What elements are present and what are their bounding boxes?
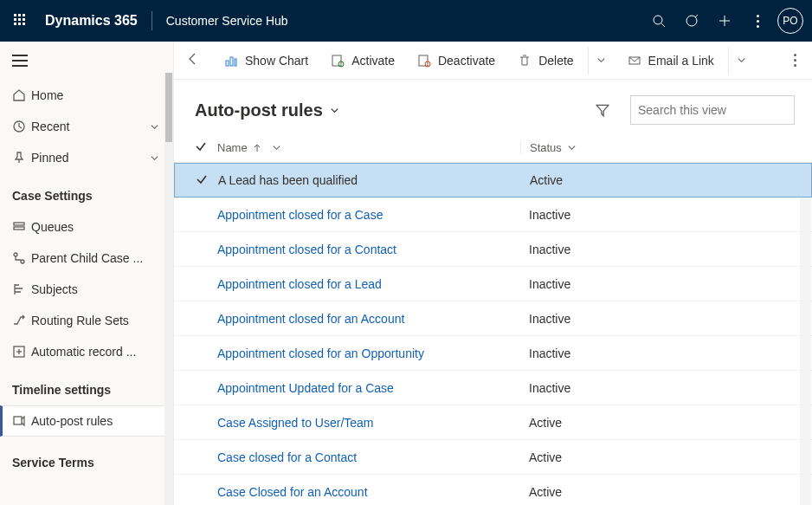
table-row[interactable]: Appointment closed for an OpportunityIna… [174,336,812,371]
table-row[interactable]: Appointment closed for a ContactInactive [174,232,812,267]
select-all-checkbox[interactable] [195,140,217,155]
grid-body: A Lead has been qualifiedActiveAppointme… [174,163,812,505]
table-row[interactable]: Case Assigned to User/TeamActive [174,405,812,440]
sidebar-scroll-thumb[interactable] [165,73,172,142]
svg-rect-18 [332,55,341,66]
routing-icon [12,314,31,327]
parent-child-icon [12,251,31,265]
activate-icon [331,54,345,68]
search-input[interactable] [638,103,789,117]
global-topbar: Dynamics 365 Customer Service Hub PO [0,0,812,42]
email-icon [628,54,641,68]
product-brand[interactable]: Dynamics 365 [45,13,138,29]
table-row[interactable]: Appointment closed for a CaseInactive [174,197,812,232]
row-status: Active [520,416,763,430]
row-name[interactable]: Appointment closed for an Opportunity [217,346,520,360]
nav-queues[interactable]: Queues [12,211,168,243]
view-title-dropdown[interactable]: Auto-post rules [195,100,339,120]
row-name[interactable]: Appointment closed for a Contact [217,243,520,256]
sidebar-collapse-button[interactable] [12,42,168,80]
row-status: Inactive [520,346,763,360]
table-row[interactable]: Appointment closed for an AccountInactiv… [174,301,812,336]
command-bar: Show Chart Activate Deactivate Delete Em… [174,42,812,80]
svg-line-1 [661,23,665,27]
task-icon[interactable] [675,0,708,42]
column-header-status[interactable]: Status [520,141,763,154]
sort-asc-icon [253,144,261,152]
table-row[interactable]: Case closed for a ContactActive [174,440,812,475]
nav-home[interactable]: Home [12,80,168,111]
table-row[interactable]: Appointment Updated for a CaseInactive [174,371,812,405]
pin-icon [12,151,31,165]
chevron-down-icon[interactable] [150,122,159,132]
row-status: Inactive [520,208,763,222]
nav-subjects[interactable]: Subjects [12,274,168,305]
svg-point-0 [654,16,662,24]
section-case-settings: Case Settings [12,173,168,211]
row-status: Inactive [520,312,763,326]
chevron-down-icon[interactable] [272,143,281,152]
svg-rect-20 [419,55,428,66]
table-row[interactable]: A Lead has been qualifiedActive [174,163,812,197]
row-checkbox[interactable] [196,173,218,188]
svg-rect-14 [14,417,22,424]
view-title: Auto-post rules [195,100,323,120]
delete-button[interactable]: Delete [509,47,582,74]
row-status: Active [521,173,764,187]
site-sidebar: Home Recent Pinned Case Settings Queues … [0,42,173,505]
nav-pinned[interactable]: Pinned [12,142,168,173]
row-name[interactable]: Case closed for a Contact [217,450,520,464]
view-header: Auto-post rules [174,80,812,133]
table-row[interactable]: Appointment closed for a LeadInactive [174,267,812,301]
email-link-split-button[interactable] [728,47,754,74]
hamburger-icon [12,55,28,67]
nav-routing-rules[interactable]: Routing Rule Sets [12,305,168,336]
hub-name[interactable]: Customer Service Hub [166,14,288,28]
row-name[interactable]: Appointment closed for an Account [217,312,520,326]
svg-rect-7 [14,223,24,225]
overflow-menu-icon[interactable] [741,0,774,42]
back-button[interactable] [186,52,210,68]
filter-button[interactable] [587,95,618,125]
search-icon[interactable] [642,0,675,42]
delete-split-button[interactable] [588,47,614,74]
row-status: Active [520,485,763,499]
svg-rect-17 [235,59,236,66]
deactivate-button[interactable]: Deactivate [409,47,504,74]
chevron-down-icon[interactable] [150,153,159,163]
nav-recent[interactable]: Recent [12,111,168,142]
chevron-down-icon[interactable] [567,143,577,152]
grid-container: Name Status A Lead has been qualifiedAct… [174,133,812,505]
home-icon [12,88,31,102]
search-view-box[interactable] [630,95,795,125]
main-region: Show Chart Activate Deactivate Delete Em… [173,42,812,505]
svg-point-9 [14,253,17,256]
row-name[interactable]: Case Closed for an Account [217,485,520,499]
nav-auto-post-rules[interactable]: Auto-post rules [0,405,173,437]
auto-record-icon [12,345,31,359]
row-name[interactable]: Appointment Updated for a Case [217,381,520,395]
email-link-button[interactable]: Email a Link [619,47,723,74]
user-avatar[interactable]: PO [777,8,803,34]
row-name[interactable]: A Lead has been qualified [218,173,521,187]
add-icon[interactable] [708,0,741,42]
table-row[interactable]: Case Closed for an AccountActive [174,475,812,505]
section-timeline-settings: Timeline settings [12,367,168,405]
column-header-name[interactable]: Name [217,141,520,154]
funnel-icon [595,102,610,118]
row-name[interactable]: Case Assigned to User/Team [217,416,520,430]
nav-parent-child-case[interactable]: Parent Child Case ... [12,243,168,274]
app-launcher-icon[interactable] [9,9,33,33]
activate-button[interactable]: Activate [322,47,403,74]
subjects-icon [12,282,31,296]
divider [151,11,152,30]
row-status: Active [520,450,763,464]
grid-header: Name Status [174,133,812,163]
row-name[interactable]: Appointment closed for a Case [217,208,520,222]
nav-automatic-record[interactable]: Automatic record ... [12,336,168,367]
section-service-terms: Service Terms [12,437,168,478]
row-name[interactable]: Appointment closed for a Lead [217,277,520,291]
show-chart-button[interactable]: Show Chart [216,47,317,74]
commandbar-overflow[interactable] [790,47,800,74]
chart-icon [224,54,238,68]
